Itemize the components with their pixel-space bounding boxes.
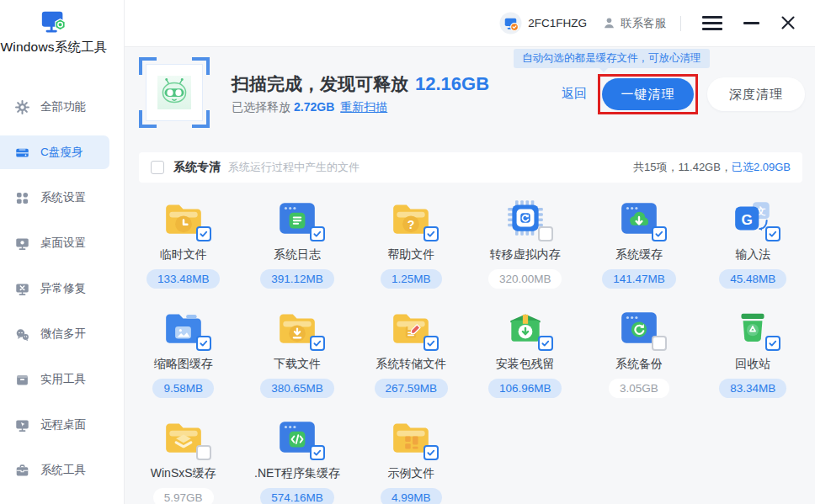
sidebar-item-3[interactable]: 系统设置 bbox=[0, 181, 109, 215]
sidebar-item-7[interactable]: 实用工具 bbox=[0, 363, 109, 396]
monitor-x-icon bbox=[15, 282, 29, 296]
sidebar-item-label: 系统工具 bbox=[40, 463, 86, 478]
close-button[interactable] bbox=[780, 15, 797, 32]
item-checkbox[interactable] bbox=[196, 336, 211, 351]
file-category-label: 转移虚拟内存 bbox=[490, 247, 561, 263]
auto-select-tooltip: 自动勾选的都是缓存文件，可放心清理 bbox=[514, 49, 710, 68]
file-size-badge: 141.47MB bbox=[602, 269, 676, 289]
device-id-badge[interactable]: 2FC1FHZG bbox=[499, 12, 587, 34]
contact-support-button[interactable]: 联系客服 bbox=[602, 16, 666, 31]
file-category-grid: 临时文件133.48MB系统日志391.12MB?帮助文件1.25MB转移虚拟内… bbox=[126, 197, 810, 504]
sidebar-item-6[interactable]: 微信多开 bbox=[0, 317, 109, 351]
sidebar-item-label: 异常修复 bbox=[40, 281, 86, 296]
briefcase-icon bbox=[15, 464, 29, 478]
item-checkbox[interactable] bbox=[652, 226, 667, 241]
toolbox-icon bbox=[15, 373, 29, 387]
sidebar-item-8[interactable]: 远程桌面 bbox=[0, 408, 109, 442]
file-category-label: 安装包残留 bbox=[496, 357, 555, 372]
system-clean-section-header: 系统专清 系统运行过程中产生的文件 共15项，11.42GB，已选2.09GB bbox=[139, 152, 802, 183]
sidebar-item-2[interactable]: C盘瘦身 bbox=[0, 135, 109, 169]
file-category-item[interactable]: 文G输入法45.48MB bbox=[696, 197, 810, 306]
sidebar-item-label: 实用工具 bbox=[40, 372, 86, 387]
file-category-item[interactable]: 系统缓存141.47MB bbox=[582, 197, 695, 306]
file-category-item[interactable]: 回收站83.34MB bbox=[696, 306, 810, 416]
file-category-label: WinSxS缓存 bbox=[151, 466, 216, 481]
file-size-badge: 83.34MB bbox=[719, 379, 786, 398]
select-all-checkbox[interactable] bbox=[151, 161, 164, 174]
file-category-item[interactable]: 缩略图缓存9.58MB bbox=[126, 306, 240, 416]
file-category-label: 下载文件 bbox=[274, 357, 321, 372]
file-category-item[interactable]: 转移虚拟内存320.00MB bbox=[468, 197, 582, 306]
minimize-button[interactable] bbox=[743, 15, 760, 32]
item-checkbox[interactable] bbox=[423, 226, 439, 241]
sidebar-item-4[interactable]: 桌面设置 bbox=[0, 226, 109, 260]
file-category-item[interactable]: 下载文件380.65MB bbox=[240, 306, 354, 416]
item-checkbox[interactable] bbox=[196, 445, 211, 460]
one-click-clean-button[interactable]: 一键清理 bbox=[602, 78, 694, 110]
item-checkbox[interactable] bbox=[310, 445, 325, 460]
sidebar-item-label: 桌面设置 bbox=[40, 236, 86, 251]
file-size-badge: 9.58MB bbox=[152, 379, 214, 398]
sidebar-item-label: C盘瘦身 bbox=[40, 145, 83, 160]
deep-clean-button[interactable]: 深度清理 bbox=[707, 77, 805, 111]
file-category-item[interactable]: ?帮助文件1.25MB bbox=[354, 197, 468, 306]
file-category-item[interactable]: 示例文件4.99MB bbox=[354, 416, 468, 504]
dots-grid-icon bbox=[15, 191, 29, 205]
file-category-item[interactable]: .NET程序集缓存574.16MB bbox=[240, 416, 354, 504]
monitor-icon bbox=[15, 236, 29, 251]
file-category-item[interactable]: 系统日志391.12MB bbox=[240, 197, 354, 306]
device-id: 2FC1FHZG bbox=[528, 17, 587, 29]
app-title: Windows系统工具 bbox=[0, 39, 108, 56]
monitor-check-icon bbox=[499, 12, 522, 34]
item-checkbox[interactable] bbox=[652, 336, 667, 351]
file-size-badge: 267.59MB bbox=[375, 379, 449, 398]
item-checkbox[interactable] bbox=[538, 336, 553, 351]
file-category-item[interactable]: 临时文件133.48MB bbox=[126, 197, 240, 306]
section-stats: 共15项，11.42GB，已选2.09GB bbox=[633, 160, 791, 175]
item-checkbox[interactable] bbox=[765, 226, 780, 241]
file-size-badge: 3.05GB bbox=[609, 379, 669, 398]
gear-icon bbox=[15, 100, 29, 114]
file-category-item[interactable]: 系统转储文件267.59MB bbox=[354, 306, 468, 416]
item-checkbox[interactable] bbox=[538, 226, 553, 241]
robot-icon bbox=[157, 72, 191, 114]
rescan-link[interactable]: 重新扫描 bbox=[340, 100, 387, 114]
file-size-badge: 4.99MB bbox=[381, 488, 442, 504]
sidebar-item-5[interactable]: 异常修复 bbox=[0, 272, 109, 305]
selected-stats[interactable]: 已选2.09GB bbox=[732, 161, 791, 173]
section-description: 系统运行过程中产生的文件 bbox=[228, 160, 360, 175]
item-checkbox[interactable] bbox=[196, 226, 211, 241]
menu-icon[interactable] bbox=[702, 16, 722, 30]
file-category-item[interactable]: 系统备份3.05GB bbox=[582, 306, 695, 416]
file-category-label: 输入法 bbox=[735, 247, 770, 263]
drive-icon bbox=[15, 146, 29, 160]
file-category-label: 示例文件 bbox=[387, 466, 434, 481]
sidebar-item-9[interactable]: 系统工具 bbox=[0, 454, 109, 487]
file-size-badge: 320.00MB bbox=[488, 269, 562, 289]
sidebar-item-1[interactable]: 全部功能 bbox=[0, 90, 109, 124]
file-category-item[interactable]: WinSxS缓存5.97GB bbox=[126, 416, 240, 504]
item-checkbox[interactable] bbox=[310, 226, 325, 241]
file-size-badge: 45.48MB bbox=[719, 269, 786, 289]
file-category-label: 临时文件 bbox=[160, 247, 207, 263]
item-checkbox[interactable] bbox=[423, 445, 439, 460]
section-title: 系统专清 bbox=[173, 160, 221, 175]
file-category-label: 缩略图缓存 bbox=[154, 357, 213, 372]
file-size-badge: 133.48MB bbox=[146, 269, 221, 289]
releasable-size: 12.16GB bbox=[415, 73, 489, 94]
scan-result-subtitle: 已选择释放2.72GB重新扫描 bbox=[232, 100, 387, 115]
item-checkbox[interactable] bbox=[423, 336, 439, 351]
file-category-label: 系统日志 bbox=[274, 247, 321, 263]
file-category-label: .NET程序集缓存 bbox=[254, 466, 340, 481]
svg-text:?: ? bbox=[408, 218, 415, 231]
sidebar-item-label: 全部功能 bbox=[40, 99, 86, 114]
titlebar-divider bbox=[125, 46, 815, 47]
back-button[interactable]: 返回 bbox=[562, 86, 587, 102]
item-checkbox[interactable] bbox=[310, 336, 325, 351]
contact-support-label: 联系客服 bbox=[621, 16, 666, 31]
file-category-item[interactable]: 安装包残留106.96MB bbox=[468, 306, 582, 416]
scan-result-title: 扫描完成，发现可释放12.16GB bbox=[232, 72, 489, 96]
sidebar-item-label: 远程桌面 bbox=[40, 417, 86, 432]
item-checkbox[interactable] bbox=[765, 336, 780, 351]
sidebar-item-label: 系统设置 bbox=[40, 190, 86, 205]
